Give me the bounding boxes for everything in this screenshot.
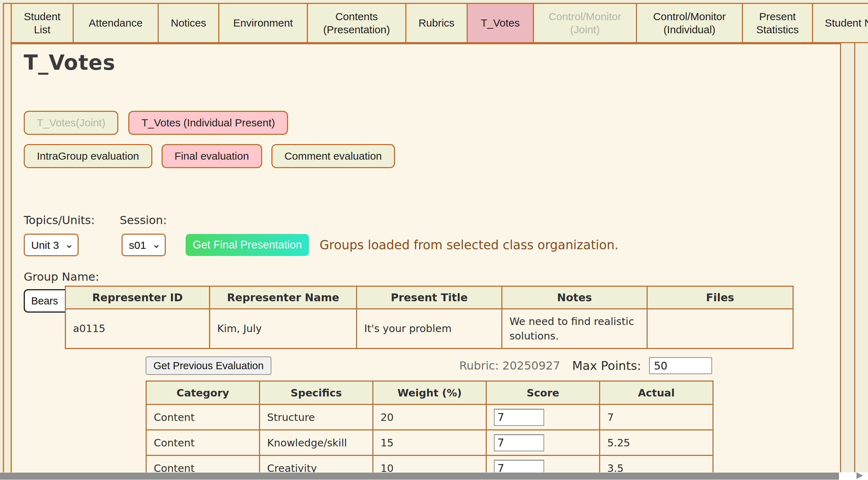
get-previous-evaluation-button[interactable]: Get Previous Evaluation: [146, 356, 271, 375]
notes-header: Notes: [502, 286, 647, 309]
actual-header: Actual: [600, 381, 713, 405]
main-panel: T_Votes T_Votes(Joint) T_Votes (Individu…: [11, 43, 841, 480]
tab-environment[interactable]: Environment: [218, 3, 308, 43]
representer-row: a0115 Kim, July It's your problem We nee…: [66, 309, 793, 349]
score-cell: [486, 430, 600, 456]
specifics-cell: Structure: [260, 405, 373, 430]
evaluation-table: Category Specifics Weight (%) Score Actu…: [146, 381, 714, 480]
evaluation-header-row: Category Specifics Weight (%) Score Actu…: [146, 381, 713, 405]
evaluation-row: Content Structure 20 7: [146, 405, 713, 430]
t-votes-individual-present-button[interactable]: T_Votes (Individual Present): [128, 111, 288, 135]
representer-header-row: Representer ID Representer Name Present …: [66, 286, 793, 309]
tab-control-monitor-joint: Control/Monitor (Joint): [533, 3, 637, 43]
evaluation-row: Content Knowledge/skill 15 5.25: [146, 430, 713, 456]
present-title-header: Present Title: [357, 286, 502, 309]
tab-present-statistics[interactable]: Present Statistics: [742, 3, 813, 43]
rubric-label: Rubric:: [459, 359, 499, 372]
t-votes-joint-button: T_Votes(Joint): [24, 111, 118, 135]
tab-student-list[interactable]: Student List: [11, 3, 74, 43]
notes-cell: We need to find realistic solutions.: [502, 309, 647, 349]
rubric-info: Rubric: 20250927: [459, 359, 560, 372]
tab-student-notes[interactable]: Student Notes: [812, 3, 868, 43]
weight-cell: 15: [373, 430, 486, 456]
category-cell: Content: [146, 430, 260, 456]
filter-labels: Topics/Units: Session:: [24, 213, 167, 227]
group-name-label: Group Name:: [24, 270, 99, 284]
tab-contents-presentation[interactable]: Contents (Presentation): [307, 3, 406, 43]
intragroup-evaluation-button[interactable]: IntraGroup evaluation: [24, 144, 152, 168]
weight-header: Weight (%): [373, 381, 486, 405]
category-cell: Content: [146, 405, 260, 430]
rubric-value: 20250927: [502, 359, 560, 372]
representer-table: Representer ID Representer Name Present …: [65, 286, 794, 349]
files-header: Files: [647, 286, 793, 309]
score-cell: [486, 405, 600, 430]
scrollbar-thumb[interactable]: [0, 473, 839, 480]
tab-notices[interactable]: Notices: [158, 3, 219, 43]
max-points-label: Max Points:: [572, 359, 641, 373]
representer-name-header: Representer Name: [210, 286, 357, 309]
horizontal-scrollbar[interactable]: ▶: [0, 472, 868, 480]
final-evaluation-button[interactable]: Final evaluation: [162, 144, 262, 168]
actual-cell: 5.25: [600, 430, 713, 456]
tab-control-monitor-individual[interactable]: Control/Monitor (Individual): [636, 3, 743, 43]
files-cell: [647, 309, 793, 349]
get-final-presentation-button[interactable]: Get Final Presentation: [186, 234, 309, 256]
scroll-right-arrow-icon[interactable]: ▶: [857, 471, 863, 479]
specifics-cell: Knowledge/skill: [260, 430, 373, 456]
representer-name-cell: Kim, July: [210, 309, 357, 349]
evaluation-type-button-row: IntraGroup evaluation Final evaluation C…: [24, 144, 395, 168]
session-select[interactable]: s01: [122, 234, 166, 256]
actual-cell: 7: [600, 405, 713, 430]
tab-t-votes[interactable]: T_Votes: [467, 3, 534, 43]
topics-units-label: Topics/Units:: [24, 213, 120, 227]
score-header: Score: [486, 381, 600, 405]
representer-id-cell: a0115: [66, 309, 210, 349]
page-title: T_Votes: [24, 51, 115, 75]
view-button-row: T_Votes(Joint) T_Votes (Individual Prese…: [24, 111, 288, 135]
session-label: Session:: [120, 213, 167, 227]
max-points-input[interactable]: [649, 357, 712, 374]
score-input[interactable]: [494, 434, 544, 451]
specifics-header: Specifics: [260, 381, 373, 405]
filter-controls-row: Unit 3 ⌄ s01 ⌄ Get Final Presentation Gr…: [24, 233, 619, 257]
tab-attendance[interactable]: Attendance: [73, 3, 159, 43]
tab-bar: Student List Attendance Notices Environm…: [11, 3, 868, 43]
present-title-cell: It's your problem: [357, 309, 502, 349]
groups-loaded-status: Groups loaded from selected class organi…: [320, 238, 619, 252]
previous-evaluation-row: Get Previous Evaluation Rubric: 20250927…: [146, 356, 723, 376]
score-input[interactable]: [494, 409, 544, 426]
representer-id-header: Representer ID: [66, 286, 210, 309]
weight-cell: 20: [373, 405, 486, 430]
tab-rubrics[interactable]: Rubrics: [405, 3, 468, 43]
topics-units-select[interactable]: Unit 3: [24, 234, 79, 256]
comment-evaluation-button[interactable]: Comment evaluation: [271, 144, 395, 168]
category-header: Category: [146, 381, 260, 405]
